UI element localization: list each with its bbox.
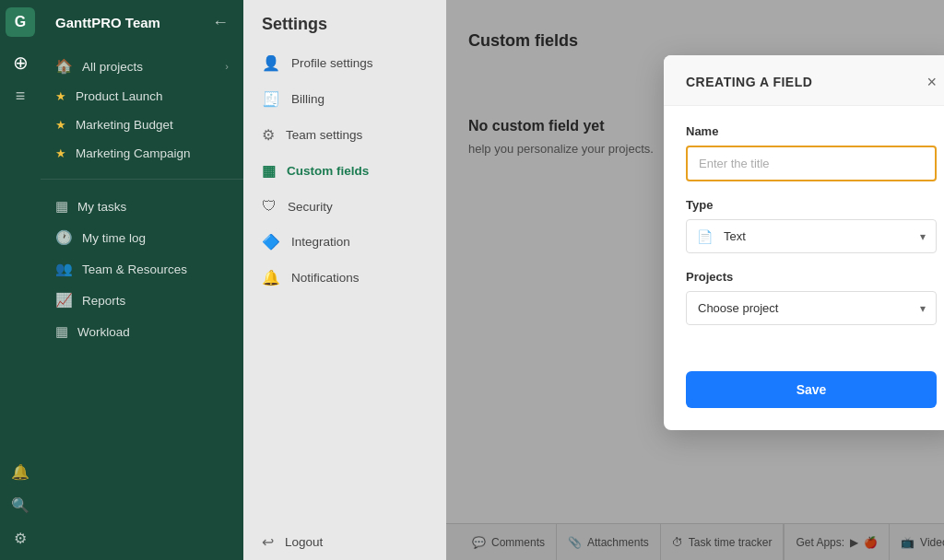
divider xyxy=(41,179,243,180)
sidebar-item-my-tasks[interactable]: ▦ My tasks xyxy=(41,191,243,222)
modal-header: CREATING A FIELD × xyxy=(664,55,944,106)
sidebar-header: GanttPRO Team ← xyxy=(41,0,243,45)
projects-label: Projects xyxy=(686,270,937,284)
project-label: Product Launch xyxy=(76,89,163,103)
notifications-icon: 🔔 xyxy=(262,269,280,286)
settings-title: Settings xyxy=(243,0,446,45)
modal-overlay: CREATING A FIELD × Name Type 📄 Text Numb… xyxy=(446,0,944,560)
search-icon[interactable]: 🔍 xyxy=(6,490,35,519)
chevron-right-icon: › xyxy=(225,61,229,72)
settings-item-custom-fields[interactable]: ▦ Custom fields xyxy=(243,153,446,189)
settings-item-label: Profile settings xyxy=(291,56,373,70)
type-icon: 📄 xyxy=(697,229,713,244)
nav-section: ▦ My tasks 🕐 My time log 👥 Team & Resour… xyxy=(41,185,243,353)
star-icon: ★ xyxy=(55,89,66,103)
settings-item-label: Billing xyxy=(291,92,324,106)
type-select-wrapper: 📄 Text Number Date Checkbox ▾ xyxy=(686,219,937,253)
main-content: Custom fields Create No custom field yet… xyxy=(446,0,944,560)
settings-item-label: Integration xyxy=(291,235,350,249)
type-label: Type xyxy=(686,198,937,212)
save-button[interactable]: Save xyxy=(686,371,937,408)
custom-fields-icon: ▦ xyxy=(262,162,276,180)
home-icon: 🏠 xyxy=(55,58,73,75)
sidebar-item-all-projects[interactable]: 🏠 All projects › xyxy=(41,51,243,82)
settings-panel: Settings 👤 Profile settings 🧾 Billing ⚙ … xyxy=(243,0,446,560)
sidebar-item-label: Reports xyxy=(82,294,125,308)
sidebar-item-label: My tasks xyxy=(77,200,126,214)
tasks-icon: ▦ xyxy=(55,198,68,215)
settings-item-label: Custom fields xyxy=(287,164,369,178)
back-button[interactable]: ← xyxy=(212,13,229,32)
settings-item-label: Logout xyxy=(285,535,323,549)
sidebar-item-product-launch[interactable]: ★ Product Launch xyxy=(41,82,243,111)
add-project-button[interactable]: ⊕ xyxy=(6,48,35,77)
modal-footer: Save xyxy=(664,360,944,430)
name-input[interactable] xyxy=(686,146,937,181)
type-select[interactable]: Text Number Date Checkbox xyxy=(686,219,937,253)
sidebar: GanttPRO Team ← 🏠 All projects › ★ Produ… xyxy=(41,0,243,560)
settings-item-team[interactable]: ⚙ Team settings xyxy=(243,117,446,153)
profile-icon: 👤 xyxy=(262,54,280,72)
creating-field-modal: CREATING A FIELD × Name Type 📄 Text Numb… xyxy=(664,55,944,430)
all-projects-section: 🏠 All projects › ★ Product Launch ★ Mark… xyxy=(41,45,243,173)
grid-icon: ▦ xyxy=(55,323,68,340)
menu-button[interactable]: ≡ xyxy=(6,81,35,111)
name-label: Name xyxy=(686,124,937,138)
sidebar-item-label: Team & Resources xyxy=(82,262,187,276)
integration-icon: 🔷 xyxy=(262,233,280,251)
sidebar-item-marketing-budget[interactable]: ★ Marketing Budget xyxy=(41,111,243,139)
app-logo[interactable]: G xyxy=(6,7,35,37)
team-name: GanttPRO Team xyxy=(55,15,160,30)
type-field-group: Type 📄 Text Number Date Checkbox ▾ xyxy=(686,198,937,253)
modal-title: CREATING A FIELD xyxy=(686,75,812,89)
shield-icon: 🛡 xyxy=(262,198,277,215)
projects-select-wrapper: Choose project ▾ xyxy=(686,291,937,325)
settings-item-security[interactable]: 🛡 Security xyxy=(243,189,446,224)
settings-item-profile[interactable]: 👤 Profile settings xyxy=(243,45,446,81)
settings-item-label: Team settings xyxy=(286,128,362,142)
sidebar-item-label: My time log xyxy=(82,231,146,245)
settings-item-label: Security xyxy=(288,200,333,214)
project-label: Marketing Budget xyxy=(76,118,173,132)
modal-body: Name Type 📄 Text Number Date Checkbox ▾ xyxy=(664,106,944,360)
settings-item-notifications[interactable]: 🔔 Notifications xyxy=(243,260,446,296)
sidebar-item-marketing-campaign[interactable]: ★ Marketing Campaign xyxy=(41,139,243,168)
project-label: Marketing Campaign xyxy=(76,146,191,160)
settings-item-billing[interactable]: 🧾 Billing xyxy=(243,81,446,117)
projects-field-group: Projects Choose project ▾ xyxy=(686,270,937,325)
settings-item-integration[interactable]: 🔷 Integration xyxy=(243,224,446,260)
billing-icon: 🧾 xyxy=(262,90,280,108)
bell-icon[interactable]: 🔔 xyxy=(6,457,35,486)
people-icon: 👥 xyxy=(55,261,73,277)
star-icon: ★ xyxy=(55,146,66,160)
sidebar-item-reports[interactable]: 📈 Reports xyxy=(41,285,243,316)
logout-icon: ↩ xyxy=(262,533,274,551)
sidebar-item-label: Workload xyxy=(77,325,130,339)
close-button[interactable]: × xyxy=(926,74,937,90)
settings-item-logout[interactable]: ↩ Logout xyxy=(243,524,446,560)
chart-icon: 📈 xyxy=(55,292,73,309)
projects-select[interactable]: Choose project xyxy=(686,291,937,325)
sidebar-item-my-time-log[interactable]: 🕐 My time log xyxy=(41,222,243,253)
clock-icon: 🕐 xyxy=(55,229,73,246)
icon-bar: G ⊕ ≡ 🔔 🔍 ⚙ xyxy=(0,0,41,560)
star-icon: ★ xyxy=(55,118,66,132)
gear-icon[interactable]: ⚙ xyxy=(6,523,35,553)
settings-item-label: Notifications xyxy=(291,271,360,285)
sidebar-item-workload[interactable]: ▦ Workload xyxy=(41,316,243,347)
all-projects-label: All projects xyxy=(82,60,143,74)
sidebar-item-team-resources[interactable]: 👥 Team & Resources xyxy=(41,253,243,285)
name-field-group: Name xyxy=(686,124,937,181)
team-icon: ⚙ xyxy=(262,126,275,144)
